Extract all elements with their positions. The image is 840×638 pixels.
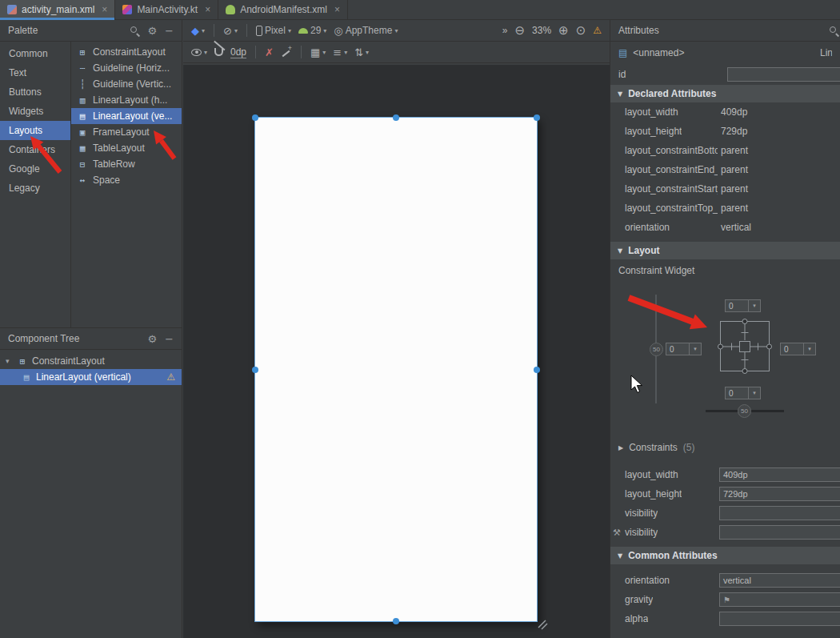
align-button[interactable]: ≡ ▾ xyxy=(333,47,347,58)
zoom-out-button[interactable]: ⊖ xyxy=(514,25,525,37)
palette-item-tablerow[interactable]: ⊟ TableRow xyxy=(71,156,182,172)
palette-item-space[interactable]: ↔ Space xyxy=(71,172,182,188)
gravity-input[interactable]: ⚑ xyxy=(719,592,840,607)
gear-icon[interactable]: ⚙ xyxy=(147,26,157,36)
attr-value[interactable]: vertical xyxy=(721,222,751,233)
section-common-attributes[interactable]: ▼ Common Attributes xyxy=(610,547,840,564)
constraint-anchor-left[interactable] xyxy=(718,343,723,349)
resize-handle-top-right[interactable] xyxy=(534,114,540,121)
attr-value[interactable]: parent xyxy=(721,164,748,175)
constraint-widget-box[interactable] xyxy=(720,321,770,371)
chevron-down-icon[interactable]: ▾ xyxy=(749,299,761,312)
palette-item-constraintlayout[interactable]: ⊞ ConstraintLayout xyxy=(71,44,182,60)
minimize-icon[interactable]: − xyxy=(165,334,174,344)
tools-visibility-input[interactable] xyxy=(719,525,840,540)
flag-icon[interactable]: ⚑ xyxy=(723,593,730,607)
margin-top-combo[interactable]: 0 ▾ xyxy=(725,299,761,312)
constraint-anchor-right[interactable] xyxy=(766,343,772,349)
palette-category-common[interactable]: Common xyxy=(0,44,70,63)
artboard-linearlayout[interactable] xyxy=(254,117,538,622)
palette-category-text[interactable]: Text xyxy=(0,63,70,82)
resize-handle-middle-right[interactable] xyxy=(534,367,540,373)
chevron-down-icon[interactable]: ▾ xyxy=(749,387,761,399)
attr-value[interactable]: parent xyxy=(721,203,748,214)
clear-constraints-button[interactable]: ✗ xyxy=(265,47,274,58)
id-input[interactable] xyxy=(727,67,840,82)
infer-constraints-button[interactable] xyxy=(281,46,292,58)
palette-category-legacy[interactable]: Legacy xyxy=(0,179,70,198)
tab-androidmanifest-xml[interactable]: AndroidManifest.xml × xyxy=(218,0,348,19)
palette-category-containers[interactable]: Containers xyxy=(0,140,70,159)
design-canvas[interactable] xyxy=(183,65,610,638)
section-declared-attributes[interactable]: ▼ Declared Attributes xyxy=(610,85,840,102)
margin-bottom-combo[interactable]: 0 ▾ xyxy=(725,387,761,399)
chevron-down-icon[interactable]: ▾ xyxy=(690,343,702,355)
close-icon[interactable]: × xyxy=(334,5,340,14)
attribute-row[interactable]: layout_constraintBotto parent xyxy=(610,141,840,160)
warning-icon[interactable]: ⚠ xyxy=(166,371,175,383)
resize-handle-bottom-center[interactable] xyxy=(393,618,399,624)
chevron-down-icon[interactable]: ▾ xyxy=(6,357,13,365)
constraints-group-row[interactable]: ▶ Constraints (5) xyxy=(610,438,840,457)
margin-right-value[interactable]: 0 xyxy=(780,343,804,355)
search-icon[interactable] xyxy=(830,26,838,35)
warnings-button[interactable]: ⚠ xyxy=(593,25,602,36)
attr-value[interactable]: 729dp xyxy=(721,126,747,137)
theme-selector[interactable]: ◎ AppTheme ▾ xyxy=(334,25,398,36)
zoom-fit-button[interactable]: ⊙ xyxy=(576,25,586,37)
resize-handle-middle-left[interactable] xyxy=(252,367,258,373)
default-margins-button[interactable]: 0dp xyxy=(230,46,246,58)
close-icon[interactable]: × xyxy=(205,5,210,14)
attribute-row[interactable]: layout_constraintEnd_t parent xyxy=(610,160,840,179)
visibility-input[interactable] xyxy=(719,506,840,520)
attr-value[interactable]: parent xyxy=(721,183,748,195)
constraint-anchor-top[interactable] xyxy=(742,319,748,324)
palette-item-tablelayout[interactable]: ▦ TableLayout xyxy=(71,140,182,156)
tab-mainactivity-kt[interactable]: MainActivity.kt × xyxy=(115,0,218,19)
orientation-button[interactable]: ⊘ ▾ xyxy=(223,26,238,36)
palette-category-google[interactable]: Google xyxy=(0,159,70,179)
view-options-button[interactable]: ▾ xyxy=(191,49,207,56)
design-mode-button[interactable]: ◆ ▾ xyxy=(191,26,205,36)
tab-activity-main-xml[interactable]: activity_main.xml × xyxy=(0,0,115,19)
attribute-row[interactable]: layout_height 729dp xyxy=(610,122,840,141)
pack-button[interactable]: ⇅ ▾ xyxy=(354,47,369,58)
close-icon[interactable]: × xyxy=(102,5,107,14)
device-selector[interactable]: Pixel ▾ xyxy=(256,25,291,36)
palette-item-linearlayout-horizontal[interactable]: ▥ LinearLayout (h... xyxy=(71,92,182,108)
alpha-input[interactable] xyxy=(719,612,840,626)
vertical-bias-handle[interactable]: 50 xyxy=(650,343,663,356)
search-icon[interactable] xyxy=(130,26,139,35)
margin-left-combo[interactable]: 0 ▾ xyxy=(666,343,702,355)
orientation-input[interactable]: vertical xyxy=(719,573,840,588)
palette-category-layouts[interactable]: Layouts xyxy=(0,121,70,140)
autoconnect-button[interactable] xyxy=(214,48,223,56)
attribute-row[interactable]: layout_width 409dp xyxy=(610,102,840,122)
minimize-icon[interactable]: − xyxy=(165,26,174,36)
tree-row-constraintlayout[interactable]: ▾ ⊞ ConstraintLayout xyxy=(0,353,182,369)
attribute-row[interactable]: orientation vertical xyxy=(610,218,840,237)
attribute-row[interactable]: layout_constraintTop_t parent xyxy=(610,199,840,218)
section-layout[interactable]: ▼ Layout xyxy=(610,242,840,259)
constraint-anchor-bottom[interactable] xyxy=(742,368,748,374)
guidelines-button[interactable]: ▦ ▾ xyxy=(310,47,326,58)
margin-bottom-value[interactable]: 0 xyxy=(725,387,749,399)
attr-value[interactable]: 409dp xyxy=(721,106,747,118)
gear-icon[interactable]: ⚙ xyxy=(147,334,157,344)
toolbar-overflow-button[interactable]: » xyxy=(502,25,508,36)
layout-height-input[interactable]: 729dp xyxy=(719,487,840,501)
chevron-down-icon[interactable]: ▾ xyxy=(804,343,816,355)
margin-right-combo[interactable]: 0 ▾ xyxy=(780,343,816,355)
zoom-in-button[interactable]: ⊕ xyxy=(558,25,569,37)
palette-item-framelayout[interactable]: ▣ FrameLayout xyxy=(71,124,182,140)
palette-item-linearlayout-vertical[interactable]: ▤ LinearLayout (ve... xyxy=(71,108,182,124)
attr-value[interactable]: parent xyxy=(721,145,748,156)
palette-item-guideline-vertical[interactable]: ┆ Guideline (Vertic... xyxy=(71,76,182,92)
margin-left-value[interactable]: 0 xyxy=(666,343,690,355)
resize-handle-top-left[interactable] xyxy=(252,114,258,121)
palette-category-buttons[interactable]: Buttons xyxy=(0,82,70,102)
resize-handle-top-center[interactable] xyxy=(393,114,399,121)
horizontal-bias-handle[interactable]: 50 xyxy=(738,404,751,418)
tree-row-linearlayout[interactable]: ▤ LinearLayout (vertical) ⚠ xyxy=(0,369,182,385)
api-level-selector[interactable]: 29 ▾ xyxy=(298,25,326,36)
